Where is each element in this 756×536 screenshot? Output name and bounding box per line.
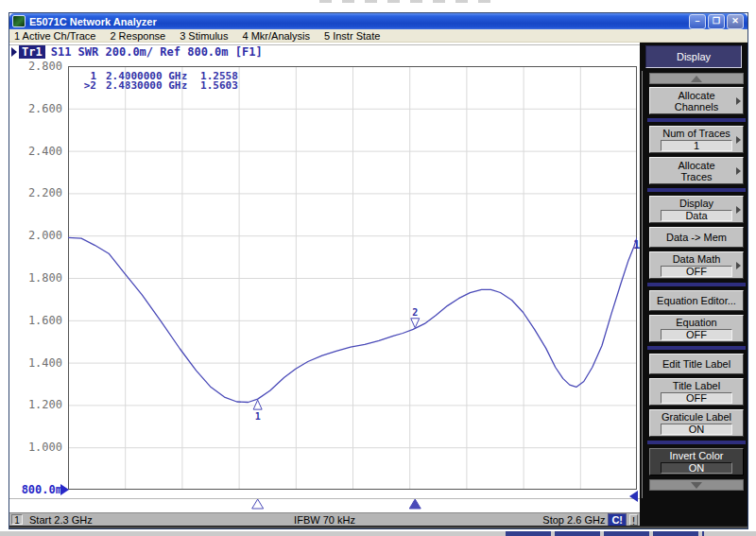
arrow-down-icon [691, 482, 702, 489]
marker-2-stimulus-indicator[interactable] [409, 499, 421, 509]
sweep-edge-arrow-icon [629, 491, 638, 502]
marker-1-stimulus-indicator[interactable] [252, 499, 264, 509]
softkey-value: Data [661, 210, 732, 221]
softkey-edit-title-label[interactable]: Edit Title Label [649, 354, 744, 374]
arrow-up-icon [691, 76, 702, 82]
softkey-label: Data -> Mem [666, 232, 727, 243]
graticule [69, 67, 636, 489]
trace-marker-1[interactable]: 1 [253, 400, 262, 422]
title-bar[interactable]: E5071C Network Analyzer – ❐ ✕ [9, 13, 747, 29]
swr-chart: 12 [68, 66, 637, 510]
trace-status-bar[interactable]: Tr1 S11 SWR 200.0m/ Ref 800.0m [F1] [11, 45, 263, 59]
channel-number-box: 1 [11, 514, 23, 525]
sidebar-rail [642, 71, 643, 498]
page: E5071C Network Analyzer – ❐ ✕ 1 Active C… [0, 0, 756, 536]
softkey-label: Num of Traces [662, 128, 730, 139]
softkey-equation-editor[interactable]: Equation Editor... [649, 290, 744, 311]
svg-text:2: 2 [412, 307, 418, 318]
y-tick-label: 1.200 [9, 398, 62, 411]
softkey-equation[interactable]: EquationOFF [649, 315, 744, 342]
window-title: E5071C Network Analyzer [29, 16, 157, 27]
softkey-stack: Allocate ChannelsNum of Traces1Allocate … [649, 87, 744, 491]
softkey-group-separator [647, 441, 746, 444]
analyzer-window: E5071C Network Analyzer – ❐ ✕ 1 Active C… [9, 13, 747, 528]
softkey-group-separator [647, 346, 746, 350]
y-tick-label: 2.200 [9, 186, 62, 199]
softkey-label: Invert Color [670, 450, 724, 461]
softkey-scroll-down-button[interactable] [649, 479, 744, 491]
softkey-allocate-channels[interactable]: Allocate Channels [649, 87, 744, 114]
submenu-arrow-icon [736, 262, 741, 269]
plot-area[interactable]: 12 [68, 66, 637, 510]
active-trace-arrow-icon [11, 47, 17, 57]
softkey-label: Data Math [673, 253, 721, 265]
app-icon [12, 15, 26, 27]
trace-marker-2[interactable]: 2 [411, 307, 420, 328]
softkey-menu-title: Display [645, 45, 742, 68]
softkey-group-separator [647, 188, 746, 192]
instrument-screen: Tr1 S11 SWR 200.0m/ Ref 800.0m [F1] 12.4… [9, 43, 640, 526]
softkey-value: 1 [661, 140, 732, 151]
y-tick-label: 1.800 [9, 271, 62, 285]
softkey-num-of-traces[interactable]: Num of Traces1 [649, 126, 744, 153]
softkey-value: OFF [661, 329, 732, 340]
softkey-title-label[interactable]: Title LabelOFF [649, 378, 744, 406]
y-tick-label: 2.800 [9, 60, 62, 73]
menu-item-2[interactable]: 2 Response [110, 30, 165, 42]
y-tick-label: 800.0m [9, 483, 62, 496]
softkey-value: OFF [661, 266, 732, 277]
start-frequency-label: Start 2.3 GHz [29, 514, 93, 526]
y-tick-label: 1.000 [9, 441, 62, 454]
softkey-invert-color[interactable]: Invert ColorON [649, 448, 744, 475]
softkey-group-separator [647, 283, 746, 286]
client-area: Tr1 S11 SWR 200.0m/ Ref 800.0m [F1] 12.4… [9, 43, 747, 526]
menu-item-3[interactable]: 3 Stimulus [180, 30, 228, 42]
y-tick-label: 2.000 [9, 229, 62, 242]
y-tick-label: 2.600 [9, 102, 62, 115]
menu-item-1[interactable]: 1 Active Ch/Trace [14, 30, 95, 42]
softkey-value: OFF [661, 392, 732, 404]
softkey-data-to-mem[interactable]: Data -> Mem [649, 227, 744, 248]
window-controls: – ❐ ✕ [689, 14, 747, 29]
submenu-arrow-icon [736, 136, 741, 144]
softkey-label: Graticule Label [662, 411, 731, 423]
clipped-document-text-top [319, 0, 499, 3]
restore-button[interactable]: ❐ [708, 14, 725, 29]
calibration-status-badge: C! [608, 513, 627, 527]
softkey-graticule-label[interactable]: Graticule LabelON [649, 409, 744, 437]
softkey-label: Equation Editor... [657, 295, 736, 306]
alert-indicator: ! [629, 514, 638, 526]
svg-text:1: 1 [255, 411, 261, 422]
softkey-display-data[interactable]: DisplayData [649, 196, 744, 223]
softkey-sidebar: Display Allocate ChannelsNum of Traces1A… [640, 43, 747, 526]
submenu-arrow-icon [736, 97, 741, 105]
trace-format-text: S11 SWR 200.0m/ Ref 800.0m [F1] [51, 45, 263, 59]
softkey-scroll-up-button[interactable] [649, 73, 744, 84]
softkey-label: Equation [676, 317, 716, 328]
reference-level-arrow-icon [60, 484, 69, 495]
close-button[interactable]: ✕ [727, 14, 744, 29]
minimize-button[interactable]: – [689, 14, 706, 29]
menu-item-5[interactable]: 5 Instr State [324, 30, 380, 42]
menu-item-4[interactable]: 4 Mkr/Analysis [242, 30, 310, 42]
clipped-selection-fragment [506, 531, 704, 536]
softkey-label: Allocate Traces [678, 160, 714, 182]
y-tick-label: 1.400 [9, 356, 62, 370]
submenu-arrow-icon [736, 206, 741, 214]
softkey-label: Allocate Channels [675, 90, 718, 112]
window-bottom-edge [9, 526, 747, 528]
y-tick-label: 2.400 [9, 145, 62, 158]
ifbw-label: IFBW 70 kHz [294, 514, 355, 526]
submenu-arrow-icon [736, 167, 741, 175]
softkey-label: Title Label [673, 380, 720, 391]
softkey-allocate-traces[interactable]: Allocate Traces [649, 157, 744, 184]
clipped-document-content-bottom [0, 531, 756, 536]
softkey-value: ON [661, 462, 732, 474]
softkey-label: Display [679, 198, 713, 209]
menu-bar: 1 Active Ch/Trace2 Response3 Stimulus4 M… [9, 29, 747, 43]
y-tick-label: 1.600 [9, 314, 62, 327]
softkey-value: ON [661, 424, 732, 435]
status-bar: 1 Start 2.3 GHz IFBW 70 kHz Stop 2.6 GHz… [9, 512, 640, 526]
softkey-label: Edit Title Label [662, 358, 730, 370]
softkey-data-math[interactable]: Data MathOFF [649, 251, 744, 279]
